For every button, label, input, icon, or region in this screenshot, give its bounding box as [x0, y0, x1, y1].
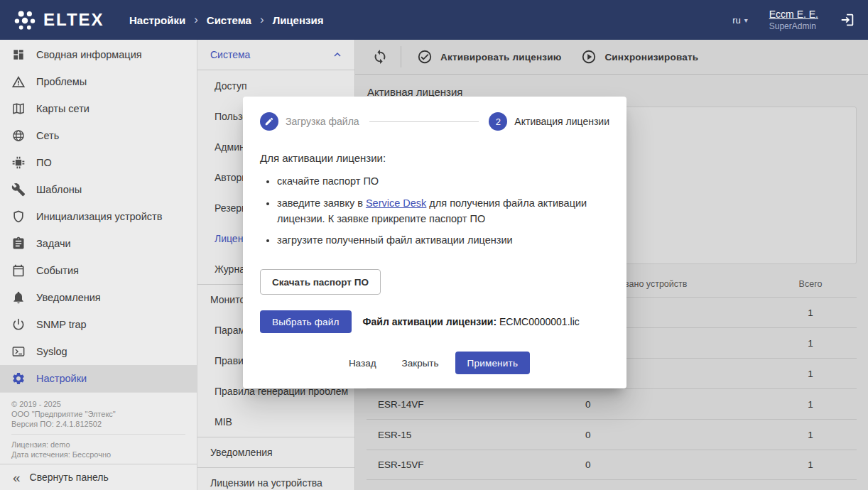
eltex-logo-icon — [13, 8, 37, 32]
apply-button[interactable]: Применить — [455, 352, 531, 374]
instruction-item: загрузите полученный файл активации лице… — [277, 233, 609, 249]
settings-menu-item[interactable]: Лицензии на устройства — [197, 467, 354, 490]
sidebar-item[interactable]: Сеть — [0, 122, 197, 149]
sidebar-item-label: События — [36, 265, 79, 276]
device-name-cell: ESR-14VF — [367, 399, 585, 410]
sidebar-item[interactable]: События — [0, 257, 197, 284]
close-button[interactable]: Закрыть — [393, 352, 448, 374]
language-selector[interactable]: ru ▾ — [732, 15, 748, 26]
used-devices-cell: 0 — [585, 430, 764, 440]
sidebar-item-label: Сеть — [36, 130, 59, 141]
choose-file-button[interactable]: Выбрать файл — [260, 310, 352, 333]
company-text: ООО "Предприятие "Элтекс" — [11, 409, 185, 419]
dialog-footer: Назад Закрыть Применить — [260, 352, 609, 374]
sidebar-item[interactable]: Шаблоны — [0, 176, 197, 203]
service-desk-link[interactable]: Service Desk — [366, 197, 426, 209]
play-circle-icon — [581, 49, 597, 65]
sidebar-item-icon — [11, 75, 26, 89]
total-column-header: Всего — [764, 279, 857, 289]
sidebar-item-icon — [11, 129, 26, 143]
chevron-down-icon: ▾ — [744, 16, 748, 24]
download-passport-button[interactable]: Скачать паспорт ПО — [260, 269, 381, 295]
table-row[interactable]: ESR-15 0 1 — [367, 419, 857, 450]
logout-button[interactable] — [840, 12, 855, 28]
sidebar-item[interactable]: SNMP trap — [0, 311, 197, 338]
activation-file-label: Файл активации лицензии: — [363, 316, 497, 327]
sidebar-footer: © 2019 - 2025 ООО "Предприятие "Элтекс" … — [0, 392, 197, 464]
sidebar-item[interactable]: Задачи — [0, 230, 197, 257]
sidebar-item-icon — [11, 290, 26, 305]
breadcrumb-item[interactable]: Настройки — [129, 14, 185, 26]
settings-menu-item[interactable]: MIB — [197, 406, 354, 437]
activate-license-label: Активировать лицензию — [440, 52, 561, 62]
settings-menu-item[interactable]: Уведомления — [197, 437, 354, 467]
refresh-button[interactable] — [365, 42, 395, 72]
sidebar-item-label: ПО — [36, 157, 52, 168]
sidebar-item-icon — [11, 317, 26, 332]
sidebar-item-icon — [11, 209, 26, 224]
sidebar-item[interactable]: ПО — [0, 149, 197, 176]
sidebar-item-icon — [11, 156, 26, 170]
copyright-text: © 2019 - 2025 — [11, 399, 185, 409]
topbar: ELTEX Настройки › Система › Лицензия › — [0, 0, 868, 40]
table-row[interactable]: ESR-15VF 0 1 — [367, 450, 857, 480]
breadcrumb: Настройки › Система › Лицензия › — [129, 13, 323, 27]
user-name: Eccm E. E. — [769, 9, 818, 20]
instruction-item: скачайте паспорт ПО — [277, 174, 609, 190]
sidebar-item-label: Уведомления — [36, 292, 101, 303]
chevron-up-icon — [332, 49, 343, 60]
sidebar-item[interactable]: Проблемы — [0, 68, 197, 95]
synchronize-button[interactable]: Синхронизировать — [571, 42, 708, 72]
toolbar-divider — [401, 46, 401, 67]
total-devices-cell: 1 — [764, 459, 857, 470]
refresh-icon — [372, 49, 388, 65]
step2-circle: 2 — [489, 112, 507, 131]
sidebar-item-label: Шаблоны — [36, 184, 82, 195]
sidebar-item[interactable]: Уведомления — [0, 284, 197, 311]
step1-circle — [260, 112, 278, 131]
sidebar-item-label: Проблемы — [36, 76, 87, 87]
user-role: SuperAdmin — [769, 21, 818, 31]
instruction-text: скачайте паспорт ПО — [277, 175, 379, 187]
sidebar-items: Сводная информация Проблемы Карты сети — [0, 40, 197, 392]
sidebar-item[interactable]: Настройки — [0, 365, 197, 392]
sidebar-item-label: SNMP trap — [36, 319, 87, 330]
sidebar-item[interactable]: Сводная информация — [0, 41, 197, 68]
device-name-cell: ESR-15VF — [367, 459, 585, 470]
sidebar-item[interactable]: Инициализация устройств — [0, 203, 197, 230]
breadcrumb-item[interactable]: Система — [207, 14, 251, 26]
sidebar-item-label: Настройки — [36, 373, 87, 384]
collapse-panel-button[interactable]: « Свернуть панель — [0, 464, 197, 490]
breadcrumb-segment: Система › — [207, 13, 264, 27]
file-row: Выбрать файл Файл активации лицензии: EC… — [260, 310, 609, 333]
stepper: Загрузка файла 2 Активация лицензии — [260, 112, 609, 131]
synchronize-label: Синхронизировать — [604, 52, 698, 62]
sidebar-item-label: Сводная информация — [36, 49, 142, 60]
table-row[interactable]: ESR-14VF 0 1 — [367, 388, 857, 419]
sidebar-item-icon — [11, 236, 26, 251]
step-activate-license: 2 Активация лицензии — [489, 112, 609, 131]
sidebar-item-label: Задачи — [36, 238, 71, 249]
total-devices-cell: 1 — [764, 399, 857, 410]
back-button[interactable]: Назад — [340, 352, 386, 374]
used-devices-cell: 0 — [585, 459, 764, 470]
sidebar-item-icon — [11, 48, 26, 62]
user-menu[interactable]: Eccm E. E. SuperAdmin — [769, 9, 818, 31]
sidebar-item[interactable]: Syslog — [0, 338, 197, 365]
device-name-cell: ESR-15 — [367, 430, 585, 440]
topbar-right: ru ▾ Eccm E. E. SuperAdmin — [732, 9, 855, 31]
settings-menu-item-label: Лицензии на устройства — [210, 477, 322, 489]
license-activation-dialog: Загрузка файла 2 Активация лицензии Для … — [243, 97, 626, 388]
sidebar-item-icon — [11, 183, 26, 197]
settings-menu-item-label: Уведомления — [210, 447, 273, 458]
sidebar-item[interactable]: Карты сети — [0, 95, 197, 122]
total-devices-cell: 1 — [764, 430, 857, 440]
sidebar-item-label: Инициализация устройств — [36, 211, 162, 222]
settings-menu-item[interactable]: Система — [197, 40, 354, 70]
footer-divider — [11, 434, 185, 435]
activate-license-button[interactable]: Активировать лицензию — [407, 42, 571, 72]
breadcrumb-item[interactable]: Лицензия — [273, 14, 324, 26]
step2-label: Активация лицензии — [514, 116, 609, 127]
total-devices-cell: 1 — [764, 369, 857, 379]
instruction-list: скачайте паспорт ПО заведите заявку в Se… — [260, 174, 609, 249]
